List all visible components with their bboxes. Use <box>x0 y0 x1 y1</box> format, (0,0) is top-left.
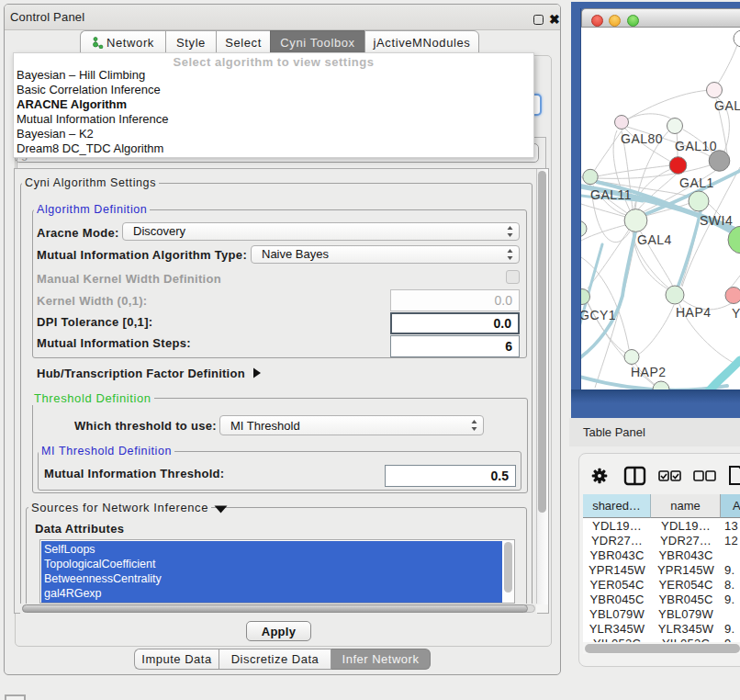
svg-text:HAP4: HAP4 <box>676 305 712 320</box>
svg-text:GAL1: GAL1 <box>679 175 714 190</box>
svg-text:GAL10: GAL10 <box>675 139 717 153</box>
svg-text:GCY1: GCY1 <box>581 308 616 322</box>
svg-text:GAL7: GAL7 <box>714 98 740 113</box>
svg-text:Y: Y <box>732 306 740 321</box>
svg-text:GAL4: GAL4 <box>637 232 672 247</box>
svg-text:SWI4: SWI4 <box>700 213 733 228</box>
svg-text:GAL80: GAL80 <box>621 131 663 146</box>
svg-text:HAP2: HAP2 <box>631 365 667 379</box>
svg-text:GAL11: GAL11 <box>590 187 632 202</box>
